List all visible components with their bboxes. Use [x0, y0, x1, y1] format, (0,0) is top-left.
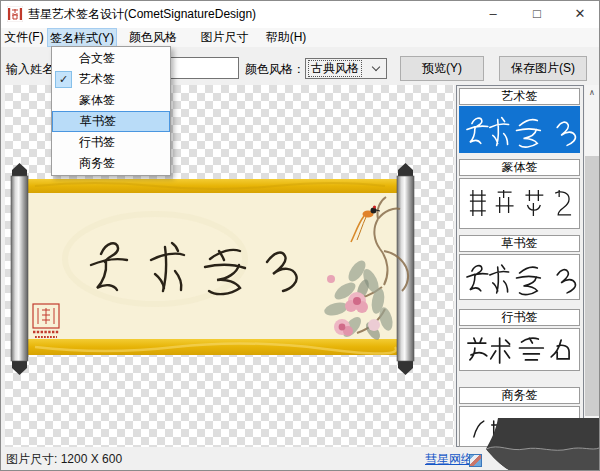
preview-button[interactable]: 预览(Y)	[400, 56, 484, 81]
color-style-label: 颜色风格：	[245, 57, 305, 81]
menu-item-label: 行书签	[79, 135, 115, 149]
save-image-button[interactable]: 保存图片(S)	[499, 56, 587, 81]
section-header-business[interactable]: 商务签	[459, 387, 580, 404]
app-icon	[7, 6, 23, 22]
section-header-seal[interactable]: 篆体签	[459, 159, 580, 176]
section-header-running[interactable]: 行书签	[459, 309, 580, 326]
preview-panel: 艺术签 篆体签	[456, 85, 599, 447]
menu-item-label: 合文签	[79, 51, 115, 65]
color-style-selected-value: 古典风格	[309, 61, 361, 76]
color-style-select[interactable]: 古典风格	[305, 58, 387, 79]
menu-item-running-signature[interactable]: 行书签	[52, 132, 170, 153]
window-title: 彗星艺术签名设计(CometSignatureDesign)	[28, 1, 256, 28]
menu-color-style[interactable]: 颜色风格(C)	[121, 28, 185, 47]
menu-image-size[interactable]: 图片尺寸(T)	[194, 28, 255, 47]
name-input-label: 输入姓名	[6, 57, 54, 81]
menu-item-label: 篆体签	[79, 93, 115, 107]
overlay-shape	[481, 413, 599, 470]
menu-bar: 文件(F) 签名样式(Y) 颜色风格(C) 图片尺寸(T) 帮助(H)	[1, 28, 599, 47]
check-icon: ✓	[55, 71, 72, 88]
menu-signature-style[interactable]: 签名样式(Y)	[47, 28, 117, 47]
scrollbar-thumb[interactable]	[585, 156, 599, 416]
menu-item-cursive-signature[interactable]: 草书签	[52, 111, 170, 132]
preview-art-signature[interactable]	[459, 106, 580, 153]
image-size-text: 图片尺寸: 1200 X 600	[6, 451, 122, 468]
preview-list: 艺术签 篆体签	[456, 85, 584, 447]
menu-item-business-signature[interactable]: 商务签	[52, 153, 170, 174]
signature-style-menu: 合文签 ✓ 艺术签 篆体签 草书签 行书签 商务签	[51, 46, 171, 176]
menu-item-label: 艺术签	[79, 72, 115, 86]
menu-item-art-signature[interactable]: ✓ 艺术签	[52, 69, 170, 90]
chevron-down-icon	[372, 63, 380, 71]
menu-file[interactable]: 文件(F)	[3, 28, 45, 47]
scrollbar-up-icon[interactable]: ∧	[585, 85, 599, 101]
app-window: 彗星艺术签名设计(CometSignatureDesign) – □ ✕ 文件(…	[0, 0, 600, 471]
preview-running-signature[interactable]	[459, 328, 580, 371]
preview-seal-signature[interactable]	[459, 178, 580, 229]
menu-item-label: 商务签	[79, 156, 115, 170]
panel-scrollbar[interactable]: ∧	[585, 85, 599, 447]
section-header-art[interactable]: 艺术签	[459, 88, 580, 105]
maximize-button[interactable]: □	[522, 3, 552, 25]
section-header-cursive[interactable]: 草书签	[459, 235, 580, 252]
menu-help[interactable]: 帮助(H)	[264, 28, 308, 47]
close-button[interactable]: ✕	[565, 3, 595, 25]
menu-item-label: 草书签	[80, 114, 116, 128]
minimize-button[interactable]: –	[478, 3, 508, 25]
menu-item-seal-signature[interactable]: 篆体签	[52, 90, 170, 111]
menu-item-combined-signature[interactable]: 合文签	[52, 48, 170, 69]
preview-cursive-signature[interactable]	[459, 254, 580, 300]
title-bar: 彗星艺术签名设计(CometSignatureDesign) – □ ✕	[1, 1, 599, 28]
scroll-painting-image	[5, 159, 435, 384]
